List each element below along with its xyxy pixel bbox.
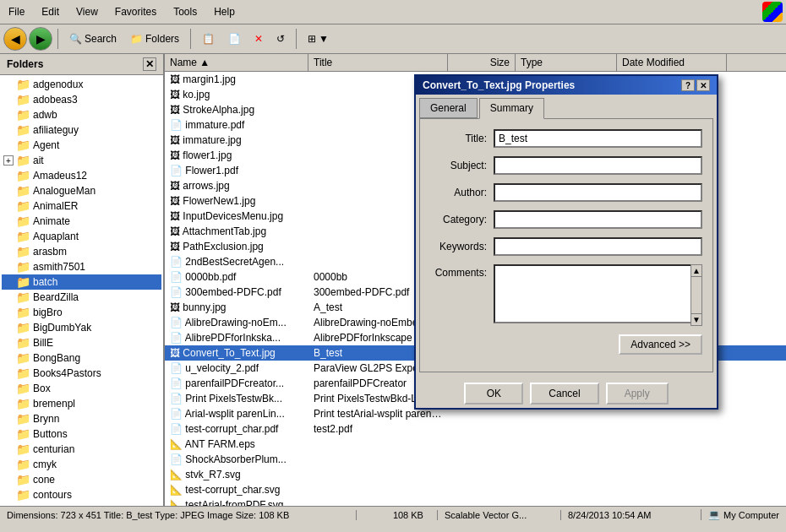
folder-item-bigdumbyak[interactable]: 📁BigDumbYak xyxy=(2,320,161,335)
folder-item-bongbang[interactable]: 📁BongBang xyxy=(2,350,161,366)
back-button[interactable]: ◀ xyxy=(3,27,27,51)
menubar-edit[interactable]: Edit xyxy=(36,4,64,19)
folder-item-adwb[interactable]: 📁adwb xyxy=(2,107,161,122)
dialog-help-button[interactable]: ? xyxy=(681,79,695,91)
file-size-cell xyxy=(448,459,516,460)
folder-item-aquaplant[interactable]: 📁Aquaplant xyxy=(2,229,161,244)
folder-icon: 📁 xyxy=(16,184,30,198)
folder-item-cone[interactable]: 📁cone xyxy=(2,472,161,487)
menubar-tools[interactable]: Tools xyxy=(168,4,202,19)
folder-label: adgenodux xyxy=(33,79,83,90)
move-button[interactable]: 📋 xyxy=(196,30,221,48)
folder-icon: 📁 xyxy=(16,169,30,182)
folder-item-centurian[interactable]: 📁centurian xyxy=(2,442,161,457)
folders-tree[interactable]: 📁adgenodux📁adobeas3📁adwb📁afiliateguy📁Age… xyxy=(0,75,163,506)
folder-icon: 📁 xyxy=(16,336,30,350)
computer-label: My Computer xyxy=(723,510,779,520)
folder-item-buttons[interactable]: 📁Buttons xyxy=(2,426,161,442)
menubar-file[interactable]: File xyxy=(3,4,30,19)
field-author-input[interactable] xyxy=(494,183,702,202)
folder-item-box[interactable]: 📁Box xyxy=(2,381,161,396)
ok-button[interactable]: OK xyxy=(464,383,523,404)
col-header-size[interactable]: Size xyxy=(448,54,516,71)
folder-label: AnimalER xyxy=(33,200,78,212)
folder-item-cmyk[interactable]: 📁cmyk xyxy=(2,457,161,472)
col-header-title[interactable]: Title xyxy=(308,54,448,71)
apply-button[interactable]: Apply xyxy=(606,383,669,404)
advanced-button[interactable]: Advanced >> xyxy=(619,334,702,355)
col-header-date[interactable]: Date Modified xyxy=(617,54,727,71)
copy-button[interactable]: 📄 xyxy=(222,30,247,48)
file-row[interactable]: 📐 test-corrupt_char.svg xyxy=(165,482,786,497)
folder-item-animate[interactable]: 📁Animate xyxy=(2,214,161,229)
folder-item-arasbm[interactable]: 📁arasbm xyxy=(2,244,161,259)
field-keywords-input[interactable] xyxy=(494,237,702,256)
cancel-button[interactable]: Cancel xyxy=(530,383,598,404)
file-row[interactable]: 📐 stvk_R7.svg xyxy=(165,467,786,482)
file-row[interactable]: 📄 test-corrupt_char.pdftest2.pdf xyxy=(165,421,786,437)
file-name-cell: 🖼 StrokeAlpha.jpg xyxy=(165,103,308,117)
file-row[interactable]: 📄 ShockAbsorberPlum... xyxy=(165,452,786,467)
field-title-input[interactable] xyxy=(494,129,702,148)
file-icon: 📐 xyxy=(170,469,183,480)
undo-button[interactable]: ↺ xyxy=(270,30,291,48)
field-category-input[interactable] xyxy=(494,210,702,229)
field-subject-input[interactable] xyxy=(494,156,702,175)
folder-item-beardzilla[interactable]: 📁BeardZilla xyxy=(2,290,161,305)
field-category-label: Category: xyxy=(430,214,494,225)
file-row[interactable]: 📐 testArial-fromPDF.svg xyxy=(165,497,786,506)
folder-item-books4pastors[interactable]: 📁Books4Pastors xyxy=(2,366,161,381)
file-row[interactable]: 📐 ANT FARM.eps xyxy=(165,437,786,452)
file-name-cell: 📄 test-corrupt_char.pdf xyxy=(165,422,308,436)
file-date-cell xyxy=(617,504,727,506)
folder-item-ait[interactable]: +📁ait xyxy=(2,153,161,168)
delete-button[interactable]: ✕ xyxy=(248,30,269,48)
comments-scroll-up[interactable]: ▲ xyxy=(691,265,701,277)
file-name-cell: 🖼 PathExclusion.jpg xyxy=(165,240,308,253)
comments-scroll-down[interactable]: ▼ xyxy=(691,313,701,325)
folder-item-bigbro[interactable]: 📁bigBro xyxy=(2,305,161,320)
folders-label: Folders xyxy=(145,33,179,45)
folder-label: Agent xyxy=(33,139,59,151)
folder-item-afiliateguy[interactable]: 📁afiliateguy xyxy=(2,122,161,138)
folders-button[interactable]: 📁 Folders xyxy=(124,30,185,48)
folder-item-bremenpl[interactable]: 📁bremenpl xyxy=(2,396,161,411)
menubar-view[interactable]: View xyxy=(71,4,103,19)
file-name-cell: 🖼 immature.jpg xyxy=(165,133,308,147)
file-type-cell xyxy=(516,459,617,460)
tab-summary[interactable]: Summary xyxy=(479,98,544,119)
field-comments-textarea[interactable] xyxy=(494,264,702,323)
search-button[interactable]: 🔍 Search xyxy=(63,30,123,48)
folder-item-adgenodux[interactable]: 📁adgenodux xyxy=(2,77,161,92)
folders-close-button[interactable]: ✕ xyxy=(143,57,156,71)
folder-item-batch[interactable]: 📁batch xyxy=(2,274,161,290)
folder-item-coparu67[interactable]: 📁coparu67 xyxy=(2,502,161,506)
dialog-content: Title: Subject: Author: Category: Keywor… xyxy=(419,118,713,372)
folder-label: cmyk xyxy=(33,459,57,470)
folder-item-animaler[interactable]: 📁AnimalER xyxy=(2,198,161,214)
file-type-cell xyxy=(516,443,617,445)
views-button[interactable]: ⊞ ▼ xyxy=(302,30,335,48)
folder-item-brynn[interactable]: 📁Brynn xyxy=(2,411,161,426)
col-header-name[interactable]: Name ▲ xyxy=(165,54,308,71)
folder-item-adobeas3[interactable]: 📁adobeas3 xyxy=(2,92,161,107)
menubar-help[interactable]: Help xyxy=(209,4,240,19)
menubar-favorites[interactable]: Favorites xyxy=(110,4,161,19)
folder-item-bille[interactable]: 📁BillE xyxy=(2,335,161,350)
properties-dialog: Convert_To_Text.jpg Properties ? ✕ Gener… xyxy=(414,74,718,410)
folder-item-amadeus12[interactable]: 📁Amadeus12 xyxy=(2,168,161,183)
folder-item-contours[interactable]: 📁contours xyxy=(2,487,161,502)
folder-item-agent[interactable]: 📁Agent xyxy=(2,138,161,153)
forward-button[interactable]: ▶ xyxy=(29,27,52,51)
field-comments-label: Comments: xyxy=(430,267,494,279)
folder-label: BongBang xyxy=(33,352,80,364)
folder-item-asmith7501[interactable]: 📁asmith7501 xyxy=(2,259,161,274)
file-date-cell xyxy=(617,443,727,445)
dialog-close-button[interactable]: ✕ xyxy=(696,79,710,91)
folder-expand-icon[interactable]: + xyxy=(3,155,14,166)
field-keywords: Keywords: xyxy=(430,237,702,256)
folder-item-analogueman[interactable]: 📁AnalogueMan xyxy=(2,183,161,198)
tab-general[interactable]: General xyxy=(419,98,478,118)
file-date-cell xyxy=(617,413,727,415)
col-header-type[interactable]: Type xyxy=(516,54,617,71)
